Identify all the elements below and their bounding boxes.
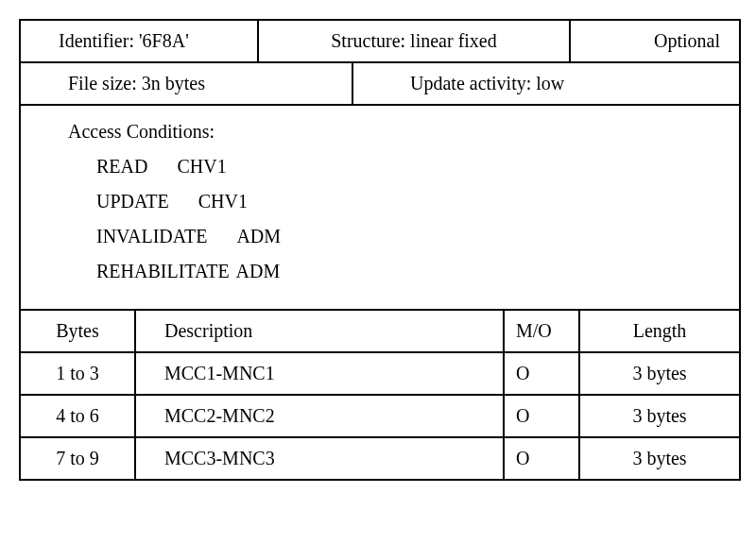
filesize-cell: File size: 3n bytes <box>21 63 352 104</box>
access-op: READ <box>96 156 147 178</box>
access-val: ADM <box>236 261 281 282</box>
length-cell: 3 bytes <box>578 353 739 394</box>
header-row-2: File size: 3n bytes Update activity: low <box>21 63 739 106</box>
identifier-cell: Identifier: '6F8A' <box>21 21 257 61</box>
access-op: UPDATE <box>96 191 169 212</box>
access-conditions-title: Access Conditions: <box>68 121 281 143</box>
length-cell: 3 bytes <box>578 396 739 436</box>
table-row: 4 to 6 MCC2-MNC2 O 3 bytes <box>21 396 739 438</box>
access-line: REHABILITATE ADM <box>96 261 281 282</box>
access-line: READ CHV1 <box>96 156 281 178</box>
description-cell: MCC3-MNC3 <box>134 438 503 479</box>
update-activity-cell: Update activity: low <box>352 63 739 104</box>
access-line: UPDATE CHV1 <box>96 191 281 212</box>
table-row: 1 to 3 MCC1-MNC1 O 3 bytes <box>21 353 739 396</box>
access-op: REHABILITATE <box>96 261 230 282</box>
access-op: INVALIDATE <box>96 226 207 247</box>
col-mo: M/O <box>503 311 578 351</box>
length-cell: 3 bytes <box>578 438 739 479</box>
bytes-cell: 7 to 9 <box>21 438 134 479</box>
access-conditions-row: Access Conditions: READ CHV1 UPDATE CHV1… <box>21 106 739 311</box>
access-line: INVALIDATE ADM <box>96 226 281 247</box>
description-cell: MCC1-MNC1 <box>134 353 503 394</box>
structure-cell: Structure: linear fixed <box>257 21 569 61</box>
col-bytes: Bytes <box>21 311 134 351</box>
bytes-cell: 4 to 6 <box>21 396 134 436</box>
access-val: CHV1 <box>177 156 226 178</box>
mo-cell: O <box>503 353 578 394</box>
description-cell: MCC2-MNC2 <box>134 396 503 436</box>
bytes-cell: 1 to 3 <box>21 353 134 394</box>
access-conditions-block: Access Conditions: READ CHV1 UPDATE CHV1… <box>21 106 328 309</box>
access-val: ADM <box>236 226 281 247</box>
col-description: Description <box>134 311 503 351</box>
table-row: 7 to 9 MCC3-MNC3 O 3 bytes <box>21 438 739 479</box>
optional-cell: Optional <box>569 21 739 61</box>
mo-cell: O <box>503 438 578 479</box>
access-val: CHV1 <box>198 191 248 212</box>
mo-cell: O <box>503 396 578 436</box>
column-header-row: Bytes Description M/O Length <box>21 311 739 353</box>
col-length: Length <box>578 311 739 351</box>
ef-definition-table: Identifier: '6F8A' Structure: linear fix… <box>19 19 741 481</box>
header-row-1: Identifier: '6F8A' Structure: linear fix… <box>21 21 739 63</box>
